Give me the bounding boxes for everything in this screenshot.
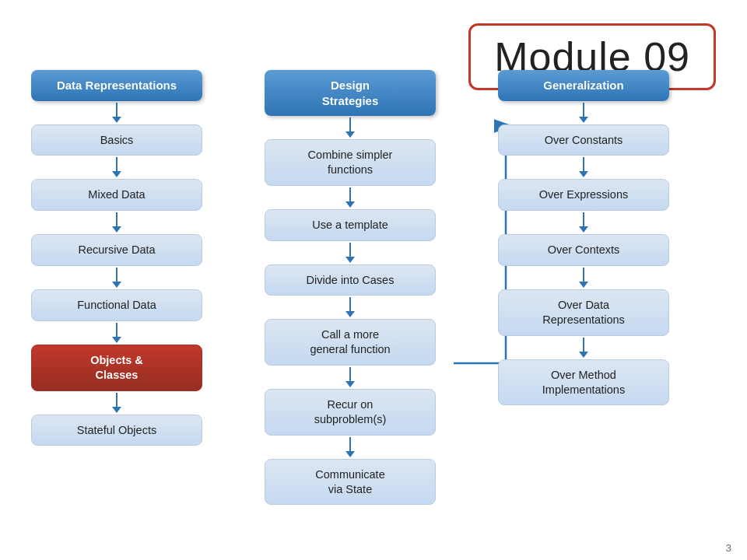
slide: Module 09 Data Representations Basics	[0, 0, 747, 560]
arrow-2-4	[345, 297, 355, 317]
col3-box-data-repr: Over DataRepresentations	[498, 289, 669, 336]
columns-wrapper: Data Representations Basics Mixed Data R…	[31, 70, 716, 537]
col2-header-wrapper: DesignStrategies	[265, 70, 436, 116]
col2-box-combine: Combine simplerfunctions	[265, 139, 436, 186]
arrow-3-3	[579, 212, 588, 233]
col3-box-contexts: Over Contexts	[498, 234, 669, 266]
arrow-2-2	[345, 187, 355, 208]
col1-item-2: Recursive Data	[31, 234, 202, 266]
col1-item-0: Basics	[31, 124, 202, 156]
arrow-3-1	[579, 103, 588, 123]
col1-box-recursive: Recursive Data	[31, 234, 202, 266]
col1-item-1: Mixed Data	[31, 179, 202, 211]
col2-item-2: Divide into Cases	[265, 264, 436, 296]
arrow-3-5	[579, 338, 588, 358]
col2-box-communicate: Communicatevia State	[265, 459, 436, 506]
arrow-1-3	[112, 212, 121, 233]
col2-item-4: Recur onsubproblem(s)	[265, 389, 436, 436]
col3-box-method-impl: Over MethodImplementations	[498, 359, 669, 406]
col2-item-1: Use a template	[265, 209, 436, 241]
col1-header-wrapper: Data Representations	[31, 70, 202, 101]
col1-item-4: Objects &Classes	[31, 345, 202, 391]
col3-header-wrapper: Generalization	[498, 70, 669, 101]
arrow-3-2	[579, 157, 588, 177]
arrow-1-6	[112, 393, 121, 413]
arrow-1-5	[112, 323, 121, 343]
arrow-1-2	[112, 157, 121, 177]
col3-box-constants: Over Constants	[498, 124, 669, 156]
col3-item-2: Over Contexts	[498, 234, 669, 266]
col2-header: DesignStrategies	[265, 70, 436, 116]
col1-item-5: Stateful Objects	[31, 415, 202, 446]
col2-item-5: Communicatevia State	[265, 459, 436, 506]
col1-box-objects: Objects &Classes	[31, 345, 202, 391]
arrow-2-1	[345, 117, 355, 138]
col2-item-0: Combine simplerfunctions	[265, 139, 436, 186]
col1-box-basics: Basics	[31, 124, 202, 156]
col3-item-0: Over Constants	[498, 124, 669, 156]
arrow-2-6	[345, 437, 355, 457]
column-2-design-strategies: DesignStrategies Combine simplerfunction…	[265, 70, 436, 537]
col3-box-expressions: Over Expressions	[498, 179, 669, 211]
arrow-1-1	[112, 103, 121, 123]
col2-box-divide: Divide into Cases	[265, 264, 436, 296]
col2-item-3: Call a moregeneral function	[265, 319, 436, 366]
col2-box-call: Call a moregeneral function	[265, 319, 436, 366]
col2-box-template: Use a template	[265, 209, 436, 241]
col1-box-functional: Functional Data	[31, 289, 202, 321]
column-3-generalization: Generalization Over Constants Over Expre…	[498, 70, 669, 537]
col3-item-3: Over DataRepresentations	[498, 289, 669, 336]
col1-box-mixed: Mixed Data	[31, 179, 202, 211]
col3-header: Generalization	[498, 70, 669, 101]
arrow-3-4	[579, 268, 588, 288]
arrow-1-4	[112, 268, 121, 288]
col3-item-1: Over Expressions	[498, 179, 669, 211]
col1-header: Data Representations	[31, 70, 202, 101]
col2-box-recur: Recur onsubproblem(s)	[265, 389, 436, 436]
col3-item-4: Over MethodImplementations	[498, 359, 669, 406]
arrow-2-5	[345, 367, 355, 387]
col1-item-3: Functional Data	[31, 289, 202, 321]
page-number: 3	[726, 542, 731, 554]
column-1-data-representations: Data Representations Basics Mixed Data R…	[31, 70, 202, 537]
arrow-2-3	[345, 243, 355, 263]
col1-box-stateful: Stateful Objects	[31, 415, 202, 446]
